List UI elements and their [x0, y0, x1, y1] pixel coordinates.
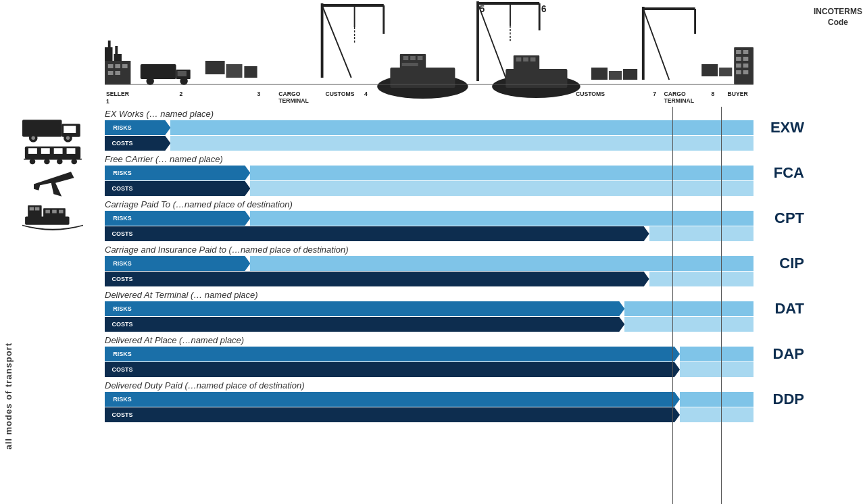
- vline-buyer: [721, 107, 722, 504]
- svg-text:CARGO: CARGO: [278, 91, 300, 97]
- incoterm-cip: Carriage and Insurance Paid to (…named p…: [105, 243, 753, 286]
- vertical-label: all modes of transport: [3, 343, 14, 450]
- cpt-costs-label: COSTS: [105, 226, 140, 241]
- plane-icon: [27, 166, 78, 203]
- svg-text:5: 5: [480, 4, 485, 14]
- ship-icon: [19, 203, 86, 233]
- svg-text:1: 1: [106, 98, 109, 105]
- svg-rect-44: [244, 66, 257, 78]
- svg-rect-19: [29, 207, 34, 211]
- svg-rect-39: [178, 71, 187, 76]
- svg-rect-32: [108, 64, 114, 68]
- svg-text:CUSTOMS: CUSTOMS: [325, 91, 354, 97]
- dap-costs-track: [140, 362, 753, 377]
- cip-title: Carriage and Insurance Paid to (…named p…: [105, 243, 753, 256]
- cip-costs-label: COSTS: [105, 272, 140, 286]
- dap-title: Delivered At Place (…named place): [105, 333, 753, 347]
- exw-risks-track: [140, 120, 753, 135]
- exw-title: EX Works (… named place): [105, 107, 753, 120]
- svg-rect-33: [115, 64, 120, 68]
- fca-code: FCA: [757, 164, 804, 182]
- transport-icons: all modes of transport: [0, 0, 105, 504]
- incoterm-dap: Delivered At Place (…named place) RISKS …: [105, 333, 753, 377]
- svg-point-40: [146, 77, 154, 85]
- svg-rect-10: [41, 148, 49, 154]
- cpt-risks-label: RISKS: [105, 211, 140, 226]
- exw-costs-row: COSTS: [105, 136, 753, 151]
- exw-code: EXW: [757, 119, 804, 136]
- fca-risks-row: RISKS FCA: [105, 166, 753, 180]
- svg-rect-25: [59, 210, 64, 213]
- dap-costs-row: COSTS: [105, 362, 753, 377]
- exw-risks-label: RISKS: [105, 120, 140, 135]
- svg-text:TERMINAL: TERMINAL: [278, 97, 309, 104]
- fca-risks-label: RISKS: [105, 166, 140, 180]
- svg-point-7: [66, 136, 69, 140]
- svg-rect-82: [736, 50, 741, 54]
- svg-rect-69: [516, 57, 522, 61]
- scene-svg: 5 6: [105, 0, 753, 107]
- dat-code: DAT: [757, 300, 804, 318]
- fca-costs-label: COSTS: [105, 181, 140, 196]
- exw-costs-label: COSTS: [105, 136, 140, 151]
- svg-rect-11: [53, 148, 62, 154]
- incoterm-cpt: Carriage Paid To (…named place of destin…: [105, 197, 753, 241]
- dat-costs-row: COSTS: [105, 317, 753, 332]
- svg-rect-23: [45, 210, 50, 213]
- svg-rect-9: [28, 148, 37, 154]
- svg-text:2: 2: [179, 91, 182, 97]
- cpt-title: Carriage Paid To (…named place of destin…: [105, 197, 753, 211]
- fca-title: Free CArrier (… named place): [105, 152, 753, 166]
- incoterm-dat: Delivered At Terminal (… named place) RI…: [105, 288, 753, 332]
- ddp-costs-track: [140, 407, 753, 422]
- svg-rect-30: [115, 46, 118, 56]
- svg-rect-54: [403, 56, 409, 60]
- cpt-costs-row: COSTS: [105, 226, 753, 241]
- svg-rect-24: [52, 210, 57, 213]
- svg-rect-73: [609, 71, 622, 80]
- svg-rect-89: [743, 70, 749, 74]
- fca-risks-track: [140, 166, 753, 180]
- svg-rect-85: [743, 57, 749, 61]
- svg-rect-79: [701, 64, 718, 76]
- svg-rect-55: [410, 56, 416, 60]
- svg-text:7: 7: [653, 91, 656, 97]
- svg-rect-0: [22, 120, 62, 136]
- cpt-code: CPT: [757, 209, 804, 227]
- cip-risks-track: [140, 256, 753, 271]
- dat-costs-label: COSTS: [105, 317, 140, 332]
- train-icon: [22, 145, 83, 166]
- svg-rect-34: [108, 71, 114, 75]
- svg-text:8: 8: [712, 91, 715, 97]
- svg-rect-86: [736, 64, 741, 68]
- svg-text:4: 4: [364, 91, 368, 97]
- incoterms-rows: EX Works (… named place) RISKS EXW: [105, 107, 753, 504]
- exw-costs-track: [140, 136, 753, 151]
- svg-rect-35: [115, 71, 120, 75]
- svg-text:CUSTOMS: CUSTOMS: [576, 91, 605, 97]
- cpt-costs-track: [140, 226, 753, 241]
- svg-rect-20: [34, 207, 39, 211]
- svg-rect-80: [719, 68, 732, 76]
- svg-rect-74: [623, 69, 637, 80]
- svg-rect-29: [108, 41, 111, 51]
- cpt-risks-row: RISKS CPT: [105, 211, 753, 226]
- svg-text:SELLER: SELLER: [106, 91, 130, 97]
- dat-risks-row: RISKS DAT: [105, 301, 753, 316]
- svg-rect-42: [205, 61, 225, 74]
- ddp-risks-label: RISKS: [105, 392, 140, 407]
- cip-code: CIP: [757, 255, 804, 272]
- svg-rect-22: [43, 208, 66, 218]
- incoterm-exw: EX Works (… named place) RISKS EXW: [105, 107, 753, 151]
- dap-risks-track: [140, 347, 753, 361]
- main-container: all modes of transport: [0, 0, 865, 504]
- svg-rect-12: [66, 148, 75, 154]
- ddp-code: DDP: [757, 390, 804, 408]
- svg-rect-37: [141, 64, 176, 79]
- svg-rect-83: [743, 50, 749, 54]
- svg-rect-71: [530, 57, 536, 61]
- ddp-risks-track: [140, 392, 753, 407]
- svg-rect-3: [64, 126, 76, 133]
- dat-title: Delivered At Terminal (… named place): [105, 288, 753, 301]
- dap-code: DAP: [757, 345, 804, 363]
